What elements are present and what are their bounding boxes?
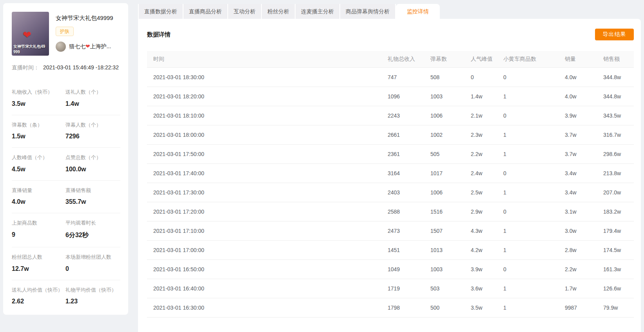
table-cell: 2.2w: [464, 144, 497, 163]
table-body: 2021-03-01 18:30:00747508004.0w344.8w202…: [147, 67, 634, 317]
table-row: 2021-03-01 18:10:00224310062.1w03.9w343.…: [147, 106, 634, 125]
table-row: 2021-03-01 17:30:00240310062.5w13.4w207.…: [147, 183, 634, 202]
stat: 弹幕数（条）1.5w: [12, 122, 65, 140]
table-cell: 0: [497, 67, 559, 87]
cover-caption: 女神节宋大礼包49 999: [13, 44, 48, 54]
table-cell: 503: [424, 279, 464, 298]
stat-value: 100.0w: [65, 166, 120, 173]
table-cell: 2021-03-01 17:10:00: [147, 221, 381, 240]
table-row: 2021-03-01 17:50:0023615052.2w13.7w298.6…: [147, 144, 634, 163]
table-cell: 1049: [381, 259, 424, 279]
table-cell: 1002: [424, 125, 464, 144]
cover-caption-line2: 999: [13, 49, 48, 55]
stat: 直播销量4.0w: [12, 187, 65, 206]
table-header-cell: 弹幕数: [424, 51, 464, 67]
table-cell: 0: [464, 67, 497, 87]
table-cell: 344.8w: [597, 87, 634, 106]
export-results-button[interactable]: 导出结果: [595, 29, 634, 40]
table-header-cell: 时间: [147, 51, 381, 67]
table-cell: 0: [497, 163, 559, 183]
live-time-value: 2021-03-01 15:46:49 -18:22:32: [43, 64, 119, 71]
table-cell: 1507: [424, 221, 464, 240]
stream-cover-image: ❤ 女神节宋大礼包49 999: [12, 12, 49, 56]
stat-row: 弹幕数（条）1.5w弹幕人数（个）7296: [12, 115, 120, 148]
stat-label: 本场新增粉丝团人数: [65, 254, 120, 260]
table-cell: 1: [497, 240, 559, 259]
table-cell: 1017: [424, 163, 464, 183]
table-cell: 183.2w: [597, 202, 634, 221]
tab-3[interactable]: 互动分析: [228, 4, 262, 19]
tab-2[interactable]: 直播商品分析: [183, 4, 228, 19]
tab-1[interactable]: 直播数据分析: [138, 4, 183, 19]
table-cell: 3.7w: [559, 144, 597, 163]
table-row: 2021-03-01 18:00:00266110022.3w13.7w316.…: [147, 125, 634, 144]
table-cell: 4.0w: [559, 67, 597, 87]
stat: 粉丝团总人数12.7w: [12, 254, 65, 272]
stream-meta: 女神节宋大礼包49999 护肤 猫七七❤上海护...: [56, 12, 113, 56]
stat-value: 355.7w: [65, 198, 120, 205]
stat-label: 点赞总数（个）: [65, 154, 120, 161]
table-cell: 2.4w: [464, 163, 497, 183]
table-cell: 2588: [381, 202, 424, 221]
stat-value: 4.0w: [12, 198, 65, 205]
stat: 人数峰值（个）4.5w: [12, 154, 65, 173]
table-cell: 2661: [381, 125, 424, 144]
table-cell: 4.0w: [559, 87, 597, 106]
stat-value: 3.5w: [12, 100, 65, 107]
table-cell: 174.5w: [597, 240, 634, 259]
table-cell: 0: [497, 259, 559, 279]
stream-title: 女神节宋大礼包49999: [56, 14, 113, 22]
table-cell: 1719: [381, 279, 424, 298]
stat-label: 礼物平均价值（快币）: [65, 287, 120, 293]
table-cell: 1013: [424, 240, 464, 259]
table-cell: 2021-03-01 16:30:00: [147, 298, 381, 317]
table-cell: 1003: [424, 259, 464, 279]
table-cell: 316.7w: [597, 125, 634, 144]
table-cell: 2021-03-01 17:40:00: [147, 163, 381, 183]
stat-label: 平均观看时长: [65, 220, 120, 226]
stat-value: 1.5w: [12, 133, 65, 140]
table-cell: 2021-03-01 18:20:00: [147, 87, 381, 106]
stat-value: 12.7w: [12, 265, 65, 272]
tab-5[interactable]: 连麦播主分析: [296, 4, 340, 19]
heart-icon: ❤: [85, 43, 90, 49]
table-cell: 2021-03-01 16:40:00: [147, 279, 381, 298]
table-cell: 126.6w: [597, 279, 634, 298]
table-cell: 3.6w: [464, 279, 497, 298]
stat-value: 7296: [65, 133, 120, 140]
stream-header: ❤ 女神节宋大礼包49 999 女神节宋大礼包49999 护肤 猫七七❤上海护.…: [12, 12, 120, 56]
table-cell: 2.1w: [464, 106, 497, 125]
table-cell: 344.8w: [597, 67, 634, 87]
stat-label: 直播销售额: [65, 187, 120, 194]
cover-caption-line1: 女神节宋大礼包49: [13, 44, 48, 49]
table-cell: 3.7w: [559, 125, 597, 144]
tab-4[interactable]: 粉丝分析: [262, 4, 296, 19]
table-header-cell: 小黄车商品数: [497, 51, 559, 67]
table-cell: 1003: [424, 87, 464, 106]
tab-6[interactable]: 商品弹幕舆情分析: [340, 4, 396, 19]
table-row: 2021-03-01 16:50:00104910033.9w02.2w161.…: [147, 259, 634, 279]
table-cell: 1: [497, 221, 559, 240]
table-cell: 4.3w: [464, 221, 497, 240]
table-cell: 1516: [424, 202, 464, 221]
stat-value: 1.4w: [65, 100, 120, 107]
table-cell: 1: [497, 298, 559, 317]
tab-7[interactable]: 监控详情: [396, 4, 440, 19]
table-cell: 2021-03-01 17:30:00: [147, 183, 381, 202]
stat-value: 2.62: [12, 298, 65, 305]
stat-row: 上架商品数9平均观看时长6分32秒: [12, 213, 120, 247]
table-row: 2021-03-01 16:30:0017985003.5w1998779.9w: [147, 298, 634, 317]
streamer-name-text: 猫七七: [69, 43, 85, 49]
table-cell: 3164: [381, 163, 424, 183]
tab-bar: 直播数据分析直播商品分析互动分析粉丝分析连麦播主分析商品弹幕舆情分析监控详情: [138, 4, 641, 19]
stat-value: 6分32秒: [65, 231, 120, 239]
table-row: 2021-03-01 16:40:0017195033.6w11.7w126.6…: [147, 279, 634, 298]
stat-row: 直播销量4.0w直播销售额355.7w: [12, 181, 120, 214]
stat: 点赞总数（个）100.0w: [65, 154, 120, 173]
stat-value: 1.23: [65, 298, 120, 305]
stat: 平均观看时长6分32秒: [65, 220, 120, 239]
stat-row: 送礼人均价值（快币）2.62礼物平均价值（快币）1.23: [12, 280, 120, 313]
table-cell: 1.4w: [464, 87, 497, 106]
streamer-name-text: 上海护...: [90, 43, 111, 49]
table-cell: 2.2w: [559, 259, 597, 279]
